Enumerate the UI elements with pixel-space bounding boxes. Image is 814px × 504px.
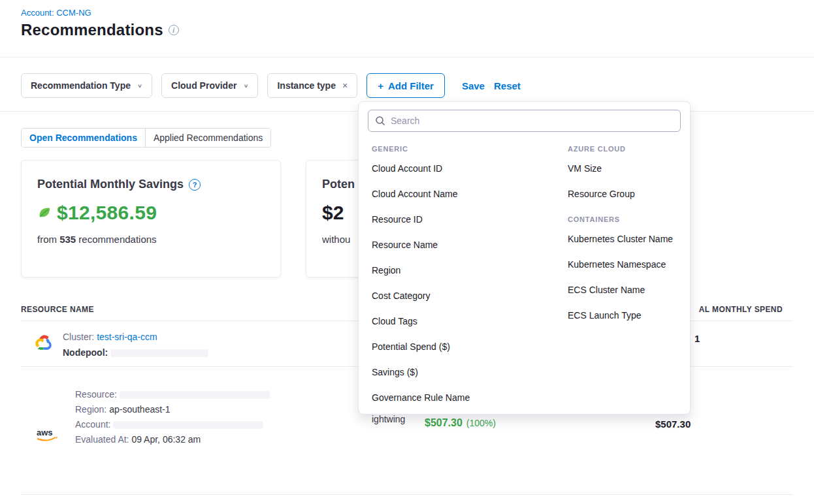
row2-spend-value: $507.30 [655,418,691,430]
spend-card-title-fragment: Poten [322,178,355,191]
menu-item-vm-size[interactable]: VM Size [564,155,681,181]
menu-item-cloud-tags[interactable]: Cloud Tags [368,308,564,334]
savings-amount: $507.30 [425,417,463,428]
cluster-line: Cluster: test-sri-qa-ccm [63,329,208,345]
account-breadcrumb[interactable]: Account: CCM-NG [21,8,91,18]
nodepool-line: Nodepool: [63,345,208,360]
menu-item-kubernetes-cluster-name[interactable]: Kubernetes Cluster Name [564,226,681,251]
header-divider [0,57,814,57]
filter-chip-label: Cloud Provider [171,80,236,91]
search-icon [375,116,385,126]
region-label: Region: [75,404,109,415]
savings-subtext: from 535 recommendations [37,234,265,245]
menu-item-savings[interactable]: Savings ($) [368,359,564,385]
account-label: Account: [75,419,110,430]
filter-chip-instance-type[interactable]: Instance type × [267,73,357,98]
section-heading-azure-cloud: AZURE CLOUD [568,145,681,153]
leaf-icon [37,206,52,220]
potential-monthly-savings-card: Potential Monthly Savings ? $12,586.59 f… [21,160,281,277]
cluster-label: Cluster: [63,332,97,342]
chevron-down-icon: ∨ [137,82,142,88]
menu-item-resource-group[interactable]: Resource Group [564,181,681,206]
info-icon[interactable]: i [169,25,179,35]
search-input[interactable] [391,116,674,126]
savings-percent: (100%) [466,418,496,428]
column-header-resource-name: RESOURCE NAME [21,305,94,314]
menu-item-region[interactable]: Region [368,257,564,283]
evaluated-label: Evaluated At: [75,434,131,445]
add-filter-button[interactable]: + Add Filter [366,73,445,98]
menu-item-ecs-launch-type[interactable]: ECS Launch Type [564,302,681,328]
reset-button[interactable]: Reset [494,80,521,91]
filter-chip-cloud-provider[interactable]: Cloud Provider ∨ [161,73,258,98]
menu-item-kubernetes-namespace[interactable]: Kubernetes Namespace [564,251,681,277]
spend-amount-fragment: $2 [322,202,344,224]
evaluated-line: Evaluated At: 09 Apr, 06:32 am [75,432,270,447]
aws-icon: aws [35,427,59,443]
help-icon[interactable]: ? [189,179,201,191]
chevron-down-icon: ∨ [243,82,248,88]
account-line: Account: [75,417,270,432]
savings-sub-prefix: from [37,234,59,245]
close-icon[interactable]: × [342,80,348,91]
add-filter-dropdown: GENERIC Cloud Account ID Cloud Account N… [358,101,691,415]
region-line: Region: ap-southeast-1 [75,402,270,417]
plus-icon: + [378,80,383,91]
savings-card-title: Potential Monthly Savings [37,178,184,191]
evaluated-value: 09 Apr, 06:32 am [131,434,201,445]
column-header-monthly-spend: AL MONTHLY SPEND [699,305,783,314]
tab-applied-recommendations[interactable]: Applied Recommendations [146,129,270,147]
filter-chip-label: Recommendation Type [31,80,131,91]
region-value: ap-southeast-1 [109,404,170,415]
tab-open-recommendations[interactable]: Open Recommendations [22,129,146,147]
redacted-value [120,391,270,399]
row2-savings-value: $507.30(100%) [425,417,496,429]
cluster-link[interactable]: test-sri-qa-ccm [97,332,157,342]
nodepool-label: Nodepool: [63,347,108,358]
savings-amount: $12,586.59 [57,202,157,224]
save-button[interactable]: Save [462,80,485,91]
savings-sub-suffix: recommendations [76,234,156,245]
page-title: Recommendations [21,21,163,39]
svg-text:aws: aws [37,428,53,437]
menu-item-ecs-cluster-name[interactable]: ECS Cluster Name [564,277,681,302]
filter-bar: Recommendation Type ∨ Cloud Provider ∨ I… [21,72,521,99]
resource-label: Resource: [75,389,117,400]
resource-line: Resource: [75,387,270,402]
row1-spend-fragment: 1 [694,333,700,344]
savings-count: 535 [59,234,76,245]
menu-item-governance-rule-name[interactable]: Governance Rule Name [368,385,564,410]
filter-chip-label: Instance type [277,80,335,91]
filter-chip-recommendation-type[interactable]: Recommendation Type ∨ [21,73,152,98]
menu-item-potential-spend[interactable]: Potential Spend ($) [368,334,564,359]
menu-item-cost-category[interactable]: Cost Category [368,283,564,308]
section-heading-containers: CONTAINERS [568,215,681,223]
redacted-value [110,349,208,357]
gcp-icon [34,334,54,351]
recommendations-tabs: Open Recommendations Applied Recommendat… [21,128,271,148]
redacted-value [113,421,263,429]
menu-item-cloud-account-name[interactable]: Cloud Account Name [368,181,564,206]
menu-item-resource-id[interactable]: Resource ID [368,206,564,232]
menu-item-cloud-account-id[interactable]: Cloud Account ID [368,155,564,181]
resource-name-fragment: ightwing [372,414,405,424]
filter-search[interactable] [368,110,681,132]
add-filter-label: Add Filter [388,80,434,91]
menu-item-resource-name[interactable]: Resource Name [368,232,564,257]
section-heading-generic: GENERIC [372,145,564,153]
